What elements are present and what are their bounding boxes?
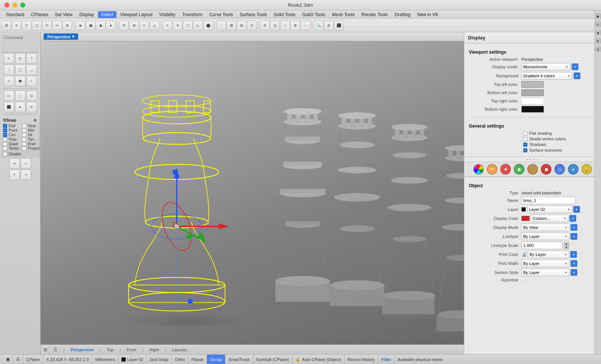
menu-viewport-layout[interactable]: Viewport Layout: [117, 11, 156, 18]
toolbar-btn-16[interactable]: ⌖: [163, 21, 172, 30]
osnap-point[interactable]: Point: [3, 128, 19, 132]
osnap-knot[interactable]: Knot: [22, 142, 39, 146]
bottom-right-color-swatch[interactable]: [521, 106, 544, 113]
statusbar-osnap[interactable]: Osnap: [207, 355, 225, 364]
obj-hyperlink-value[interactable]: ...: [521, 278, 596, 282]
cb-point[interactable]: [3, 128, 7, 132]
lt-select[interactable]: ↖: [4, 53, 14, 64]
icon-pencil[interactable]: ✏: [487, 164, 497, 174]
icon-green[interactable]: ▣: [514, 164, 524, 174]
toolbar-btn-8[interactable]: ◈: [76, 21, 85, 30]
section-style-select[interactable]: By Layer ▼: [521, 269, 569, 276]
lt-poly[interactable]: ⬟: [15, 76, 26, 86]
toolbar-btn-27[interactable]: ⟐: [280, 21, 290, 30]
lt-surface3[interactable]: ⊡: [26, 90, 37, 101]
menu-solid-tools[interactable]: Solid Tools: [271, 11, 299, 18]
edge-icon-5[interactable]: ◎: [595, 47, 601, 52]
linetype-scale-up[interactable]: ▲: [564, 242, 569, 245]
toolbar-btn-1[interactable]: ⊞: [2, 21, 11, 30]
menu-surface-tools[interactable]: Surface Tools: [237, 11, 270, 18]
cb-tan[interactable]: [22, 137, 26, 141]
menu-select[interactable]: Select: [98, 11, 116, 18]
top-left-color-swatch[interactable]: [521, 81, 544, 88]
statusbar-list-icon[interactable]: ☰: [13, 355, 23, 364]
menu-drafting[interactable]: Drafting: [392, 11, 414, 18]
osnap-near[interactable]: Near: [22, 124, 39, 128]
icon-colorwheel[interactable]: [473, 164, 484, 174]
toolbar-btn-30[interactable]: 🔍: [314, 21, 323, 30]
toolbar-btn-6[interactable]: ↩: [52, 21, 62, 30]
linetype-select[interactable]: By Layer ▼: [521, 233, 569, 240]
top-right-color-swatch[interactable]: [521, 98, 544, 104]
toolbar-btn-24[interactable]: ⌬: [247, 21, 257, 30]
print-width-btn[interactable]: [571, 260, 577, 267]
osnap-cen[interactable]: Cen: [3, 133, 19, 137]
display-color-select[interactable]: Custom... ▼: [531, 215, 568, 222]
section-style-btn[interactable]: [571, 269, 577, 276]
tab-perspective[interactable]: Perspective: [71, 347, 94, 352]
toolbar-btn-4[interactable]: ◻: [32, 21, 42, 30]
lt-select2[interactable]: ⊡: [15, 53, 26, 64]
statusbar-smarttrack[interactable]: SmartTrack: [225, 355, 253, 364]
toolbar-btn-3[interactable]: ▽: [22, 21, 32, 30]
statusbar-units[interactable]: Millimeters: [92, 355, 118, 364]
toolbar-btn-17[interactable]: ✦: [173, 21, 183, 30]
display-mode-select[interactable]: Monochrome ▼: [521, 63, 570, 71]
bottom-left-color-swatch[interactable]: [521, 89, 544, 96]
toolbar-btn-21[interactable]: ⋮: [216, 21, 226, 30]
osnap-disable[interactable]: Disable: [3, 152, 37, 156]
statusbar-view-icon[interactable]: ▣: [3, 355, 13, 364]
toolbar-btn-19[interactable]: ▷: [193, 21, 203, 30]
menu-setview[interactable]: Set View: [52, 11, 76, 18]
statusbar-record-history[interactable]: Record History: [344, 355, 378, 364]
statusbar-planar[interactable]: Planar: [189, 355, 207, 364]
toolbar-btn-14[interactable]: ◇: [139, 21, 149, 30]
cb-flat-shading[interactable]: [523, 131, 527, 135]
cb-quad[interactable]: [3, 142, 7, 146]
toolbar-btn-18[interactable]: ⬡: [183, 21, 193, 30]
icon-star[interactable]: ★: [500, 164, 511, 174]
toolbar-btn-23[interactable]: ⊞: [237, 21, 246, 30]
linetype-scale-input[interactable]: [521, 242, 563, 249]
lt-box[interactable]: ⬛: [4, 102, 14, 112]
osnap-mid[interactable]: Mid: [22, 128, 39, 132]
menu-visibility[interactable]: Visibility: [156, 11, 178, 18]
cb-knot[interactable]: [22, 142, 26, 146]
menu-transform[interactable]: Transform: [179, 11, 205, 18]
tab-right[interactable]: Right: [149, 347, 159, 352]
osnap-vertex[interactable]: Vertex: [3, 146, 19, 150]
lt-snap[interactable]: ⌖: [21, 158, 31, 169]
statusbar-grid-snap[interactable]: Grid Snap: [147, 355, 172, 364]
lt-rotate[interactable]: ⟳: [9, 158, 20, 169]
menu-standard[interactable]: Standard: [3, 11, 27, 18]
cb-surface-iso[interactable]: [523, 148, 527, 152]
osnap-tan[interactable]: Tan: [22, 137, 39, 141]
menu-mesh-tools[interactable]: Mesh Tools: [329, 11, 358, 18]
layer-select[interactable]: Layer 02 ▼: [527, 206, 572, 213]
statusbar-gumball[interactable]: Gumball (CPlane): [253, 355, 292, 364]
cb-disable[interactable]: [3, 152, 7, 156]
background-select[interactable]: Gradient 4 colors ▼: [521, 72, 572, 80]
tab-grid-icon[interactable]: ⊞: [44, 347, 47, 352]
edge-icon-3[interactable]: ◈: [595, 30, 601, 35]
toolbar-btn-7[interactable]: ⊕: [62, 21, 72, 30]
display-mode-btn[interactable]: [572, 63, 578, 70]
lt-line[interactable]: /: [26, 76, 37, 86]
menu-cplanes[interactable]: CPlanes: [28, 11, 51, 18]
lt-ellipse[interactable]: ◯: [15, 65, 26, 75]
print-color-select[interactable]: By Layer ▼: [528, 251, 569, 258]
lt-text[interactable]: ↗: [21, 170, 31, 180]
toolbar-btn-25[interactable]: ⊚: [260, 21, 270, 30]
cb-shade-vertex[interactable]: [523, 137, 527, 141]
lt-surface2[interactable]: ⬜: [15, 90, 26, 101]
obj-display-mode-btn[interactable]: [571, 224, 577, 231]
edge-icon-2[interactable]: ⊙: [595, 22, 601, 27]
statusbar-ortho[interactable]: Ortho: [172, 355, 189, 364]
toolbar-btn-22[interactable]: ⊠: [227, 21, 236, 30]
linetype-scale-stepper[interactable]: ▲ ▼: [564, 242, 569, 249]
icon-red-sq[interactable]: ◼: [541, 164, 551, 174]
menu-render-tools[interactable]: Render Tools: [358, 11, 391, 18]
lt-sphere[interactable]: ●: [15, 102, 26, 112]
cb-vertex[interactable]: [3, 146, 7, 150]
viewport-tab-perspective[interactable]: Perspective ▾: [44, 33, 78, 40]
